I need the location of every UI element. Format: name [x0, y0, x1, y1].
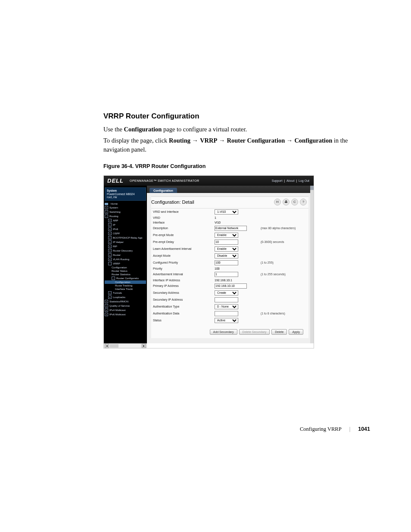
expand-icon[interactable]: +: [108, 291, 112, 295]
footer-chapter: Configuring VRRP: [300, 426, 342, 432]
field-input[interactable]: [215, 240, 238, 245]
expand-icon[interactable]: +: [105, 308, 108, 312]
nav-label: Router: [113, 254, 121, 256]
expand-icon[interactable]: +: [105, 304, 108, 308]
field-select[interactable]: Create: [215, 290, 238, 296]
field-row: Description(max 80 alpha characters): [151, 225, 308, 232]
expand-icon[interactable]: -: [112, 277, 115, 280]
sidebar-horizontal-scrollbar[interactable]: ◄ ►: [104, 343, 147, 348]
expand-icon[interactable]: +: [105, 206, 108, 209]
expand-icon[interactable]: +: [108, 249, 112, 252]
field-control-cell: [213, 271, 259, 278]
nav-item[interactable]: +Switching: [105, 210, 146, 214]
nav-item[interactable]: Route Tracking: [105, 284, 146, 287]
field-label: Learn Advertisement Interval: [151, 246, 213, 252]
nav-item[interactable]: +IPv4 Multicast: [105, 308, 146, 312]
nav-item[interactable]: +IPv6: [105, 227, 146, 231]
nav-label: Home: [111, 202, 118, 205]
field-select[interactable]: Enable: [215, 233, 238, 238]
nav-item[interactable]: +VLAN Routing: [105, 257, 146, 261]
arrow-icon: →: [286, 137, 295, 144]
field-input[interactable]: [215, 260, 238, 265]
nav-item[interactable]: +RIP: [105, 244, 146, 249]
delete-button[interactable]: Delete: [271, 329, 287, 335]
nav-item[interactable]: +Router Discovery: [105, 249, 146, 253]
expand-icon[interactable]: +: [108, 219, 112, 222]
nav-item[interactable]: Router Statistics: [105, 273, 146, 276]
field-input[interactable]: [215, 311, 238, 316]
nav-item[interactable]: -Routing: [105, 214, 146, 218]
field-control-cell: [213, 239, 259, 246]
refresh-icon[interactable]: C: [291, 199, 298, 205]
expand-icon[interactable]: +: [108, 296, 112, 299]
field-hint: (1 to 255 seconds): [259, 271, 308, 278]
nav-item[interactable]: +Statistics/RMON: [105, 299, 146, 304]
field-input[interactable]: [215, 272, 238, 277]
field-control-cell: Create: [213, 289, 259, 296]
nav-item[interactable]: +IPv6 Multicast: [105, 312, 146, 317]
field-input[interactable]: [215, 226, 247, 231]
field-select[interactable]: Active: [215, 318, 238, 323]
nav-item[interactable]: +IP: [105, 223, 146, 227]
field-select[interactable]: 0 - None: [215, 304, 238, 309]
field-label: Interface: [151, 220, 213, 225]
save-icon[interactable]: H: [274, 199, 281, 205]
nav-label: OSPF: [113, 232, 120, 235]
scroll-left-icon[interactable]: ◄: [105, 344, 109, 348]
expand-icon[interactable]: +: [108, 245, 112, 248]
nav-item[interactable]: -VRRP: [105, 261, 146, 266]
nav-item[interactable]: +IP Helper: [105, 240, 146, 244]
field-row: Accept ModeDisable: [151, 252, 308, 259]
field-row: Advertisement Interval(1 to 255 seconds): [151, 271, 308, 278]
expand-icon[interactable]: +: [108, 258, 112, 261]
nav-item[interactable]: +OSPF: [105, 231, 146, 236]
add-secondary-button[interactable]: Add Secondary: [210, 329, 237, 335]
expand-icon[interactable]: +: [105, 300, 108, 303]
nav-label: Router Discovery: [113, 249, 133, 252]
delete-secondary-button[interactable]: Delete Secondary: [239, 329, 270, 335]
apply-button[interactable]: Apply: [289, 329, 303, 335]
expand-icon[interactable]: +: [108, 240, 112, 244]
nav-item[interactable]: +Loopbacks: [105, 295, 146, 299]
tab-configuration[interactable]: Configuration: [149, 188, 177, 193]
nav-item[interactable]: Home: [105, 202, 146, 205]
nav-item[interactable]: Router Status: [105, 269, 146, 273]
system-box: System PowerConnect M8024 root, r/w: [105, 187, 146, 201]
nav-item[interactable]: +Quality of Service: [105, 304, 146, 308]
field-hint: (0-3600) seconds: [259, 239, 308, 246]
field-input[interactable]: [215, 283, 247, 289]
help-icon[interactable]: ?: [300, 199, 307, 205]
print-icon[interactable]: 🖶: [283, 199, 290, 205]
nav-item[interactable]: -Router Configuratio: [105, 276, 146, 280]
link-support[interactable]: Support: [272, 179, 283, 182]
expand-icon[interactable]: +: [108, 232, 112, 235]
expand-icon[interactable]: -: [105, 215, 108, 218]
scroll-right-icon[interactable]: ►: [142, 344, 146, 348]
field-select[interactable]: Enable: [215, 246, 238, 252]
nav-item[interactable]: +Tunnels: [105, 291, 146, 295]
nav-item[interactable]: Configuration: [105, 266, 146, 269]
field-input[interactable]: [215, 297, 238, 302]
expand-icon[interactable]: -: [108, 262, 112, 265]
expand-icon[interactable]: +: [105, 313, 108, 316]
nav-item[interactable]: +ARP: [105, 218, 146, 223]
field-row: Authentication Data(1 to 8 characters): [151, 310, 308, 317]
field-hint: (1 to 8 characters): [259, 310, 308, 317]
nav-label: Switching: [109, 211, 121, 213]
vertical-scrollbar[interactable]: [310, 186, 314, 343]
nav-item[interactable]: +System: [105, 205, 146, 210]
nav-item[interactable]: +BOOTP/DHCP Relay Age: [105, 236, 146, 240]
field-select[interactable]: Disable: [215, 253, 238, 258]
expand-icon[interactable]: +: [105, 210, 108, 214]
intro-paragraph-1: Use the Configuration page to configure …: [103, 125, 370, 134]
link-about[interactable]: About: [286, 179, 294, 182]
nav-item[interactable]: Configuration: [105, 280, 146, 284]
nav-item[interactable]: +Router: [105, 253, 146, 257]
nav-item[interactable]: Interface Tracki: [105, 287, 146, 291]
field-select[interactable]: 1-Vl10: [215, 209, 238, 215]
expand-icon[interactable]: +: [108, 236, 112, 240]
expand-icon[interactable]: +: [108, 253, 112, 257]
link-logout[interactable]: Log Out: [299, 179, 309, 182]
expand-icon[interactable]: +: [108, 227, 112, 231]
expand-icon[interactable]: +: [108, 223, 112, 227]
